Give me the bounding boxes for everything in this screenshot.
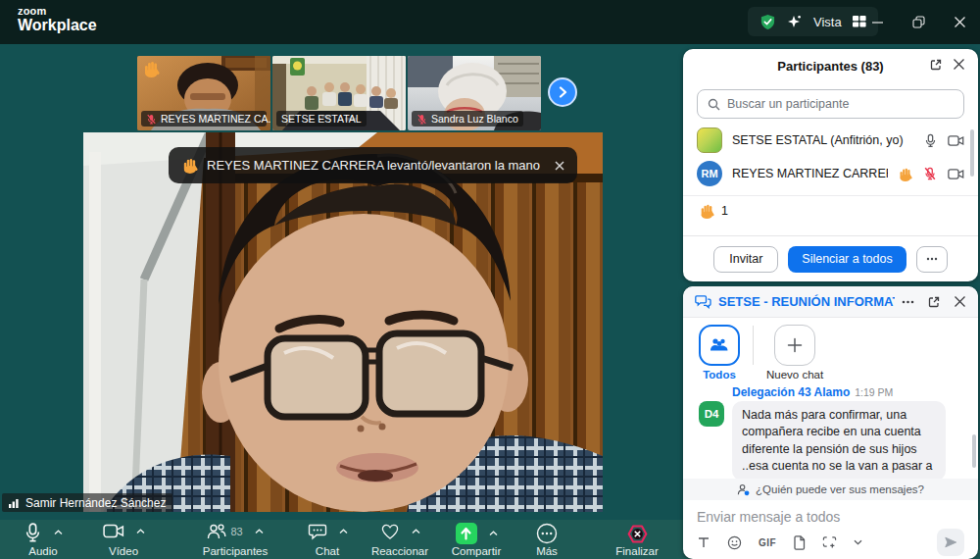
chat-panel-header: SETSE - REUNIÓN INFORMATI... <box>683 286 978 318</box>
text-format-icon[interactable] <box>697 535 710 549</box>
video-options-chevron-icon[interactable] <box>136 529 145 534</box>
chevron-right-icon <box>557 86 568 98</box>
hand-raised-notification: REYES MARTINEZ CARRERA levantó/levantaro… <box>169 147 577 183</box>
tab-todos[interactable] <box>699 325 740 366</box>
everyone-icon <box>709 336 730 354</box>
audio-control[interactable]: Audio <box>8 521 78 558</box>
setse-avatar <box>697 127 722 153</box>
video-filmstrip: REYES MARTINEZ CA... <box>137 56 541 130</box>
close-chat-icon[interactable] <box>954 295 966 308</box>
video-control[interactable]: Vídeo <box>86 521 161 558</box>
heart-icon <box>380 523 400 540</box>
main-speaker-video[interactable] <box>83 132 603 512</box>
plus-icon <box>787 337 803 353</box>
message-time: 1:19 PM <box>855 386 893 398</box>
popout-icon[interactable] <box>927 295 941 309</box>
chat-messages[interactable]: Delegación 43 Alamo1:19 PM D4 Nada más p… <box>683 383 978 479</box>
restore-button[interactable] <box>898 0 939 44</box>
video-tile-sandra[interactable]: Sandra Luz Blanco <box>408 56 541 130</box>
participants-panel-title: Participantes (83) <box>777 59 883 74</box>
react-options-chevron-icon[interactable] <box>412 529 420 534</box>
participants-scrollbar[interactable] <box>970 129 974 177</box>
popout-icon[interactable] <box>929 58 943 72</box>
sender-avatar: D4 <box>699 401 724 427</box>
search-input[interactable] <box>727 97 954 111</box>
mic-on-icon <box>924 133 937 148</box>
participants-count-badge: 83 <box>230 526 242 537</box>
end-meeting-control[interactable]: Finalizar <box>600 521 674 558</box>
chat-options-chevron-icon[interactable] <box>339 529 348 534</box>
chat-scrollbar[interactable] <box>972 434 976 468</box>
video-tile-setse[interactable]: SETSE ESTATAL <box>272 56 406 130</box>
raised-hand-icon <box>699 203 714 219</box>
end-meeting-icon <box>626 523 649 545</box>
share-options-chevron-icon[interactable] <box>489 531 498 536</box>
mute-all-button[interactable]: Silenciar a todos <box>788 246 906 273</box>
attach-file-icon[interactable] <box>793 535 806 550</box>
tile-name-label: REYES MARTINEZ CA... <box>141 111 267 127</box>
muted-mic-icon <box>416 114 427 125</box>
audio-label: Audio <box>28 545 57 557</box>
participant-row-reyes[interactable]: RM REYES MARTINEZ CARRERA <box>683 157 978 190</box>
camera-icon <box>103 523 124 539</box>
screenshot-icon[interactable] <box>822 535 837 549</box>
new-chat-label: Nuevo chat <box>766 369 823 381</box>
message-bubble: Nada más para confirmar, una compañera r… <box>732 401 946 479</box>
participants-options-chevron-icon[interactable] <box>255 529 264 534</box>
muted-mic-icon <box>146 114 157 125</box>
react-control[interactable]: Reaccionar <box>359 521 441 558</box>
send-message-button[interactable] <box>937 529 964 556</box>
more-label: Más <box>536 545 558 557</box>
notification-close-icon[interactable] <box>555 161 564 171</box>
tab-todos-label: Todos <box>703 369 736 381</box>
more-control[interactable]: Más <box>517 521 576 558</box>
window-controls <box>857 0 980 44</box>
message-row: D4 Nada más para confirmar, una compañer… <box>699 401 964 479</box>
search-icon <box>708 98 720 111</box>
chat-bubbles-icon <box>695 294 711 309</box>
view-button[interactable]: Vista <box>813 15 842 29</box>
participant-name: SETSE ESTATAL (Anfitrión, yo) <box>732 133 914 147</box>
new-chat-button[interactable] <box>774 325 815 366</box>
participants-control[interactable]: 83 Participantes <box>176 521 294 558</box>
share-control[interactable]: Compartir <box>443 521 510 558</box>
ai-companion-icon[interactable] <box>787 14 803 29</box>
filmstrip-next-button[interactable] <box>548 77 577 107</box>
close-participants-icon[interactable] <box>953 58 965 71</box>
minimize-button[interactable] <box>857 0 898 44</box>
audio-options-chevron-icon[interactable] <box>54 530 63 535</box>
chat-tabs: Todos Nuevo chat <box>683 318 978 383</box>
privacy-note-bar[interactable]: ¿Quién puede ver sus mensajes? <box>683 479 978 500</box>
chat-input-area <box>683 500 978 526</box>
video-tile-reyes[interactable]: REYES MARTINEZ CA... <box>137 56 270 130</box>
security-shield-icon[interactable] <box>760 14 776 30</box>
camera-on-icon <box>948 134 964 147</box>
privacy-note-text: ¿Quién puede ver sus mensajes? <box>756 483 924 495</box>
participants-more-button[interactable] <box>916 246 948 273</box>
reyes-avatar: RM <box>697 161 722 186</box>
participants-panel: Participantes (83) SETSE ESTATAL (Anfitr… <box>683 49 978 281</box>
chat-input[interactable] <box>697 509 964 525</box>
chat-control[interactable]: Chat <box>300 521 355 558</box>
close-window-button[interactable] <box>939 0 980 44</box>
send-icon <box>944 535 957 549</box>
participant-search-box <box>697 89 964 119</box>
emoji-icon[interactable] <box>727 535 742 550</box>
more-ellipsis-icon <box>536 523 558 544</box>
participant-name: REYES MARTINEZ CARRERA <box>732 167 888 180</box>
format-options-chevron-icon[interactable] <box>854 539 862 545</box>
microphone-icon <box>24 523 42 542</box>
participants-icon <box>207 523 226 540</box>
participant-row-setse[interactable]: SETSE ESTATAL (Anfitrión, yo) <box>683 124 978 157</box>
notification-text: REYES MARTINEZ CARRERA levantó/levantaro… <box>207 158 540 173</box>
privacy-person-icon <box>737 483 750 496</box>
share-label: Compartir <box>452 545 501 557</box>
chat-bubble-icon <box>308 523 327 540</box>
speaker-video-frame <box>83 132 603 512</box>
invite-button[interactable]: Invitar <box>713 246 778 273</box>
chat-more-icon[interactable] <box>902 300 914 304</box>
participants-label: Participantes <box>203 545 268 557</box>
gif-icon[interactable]: GIF <box>759 537 776 548</box>
participants-panel-header: Participantes (83) <box>683 49 978 82</box>
raised-hand-icon <box>898 167 912 181</box>
